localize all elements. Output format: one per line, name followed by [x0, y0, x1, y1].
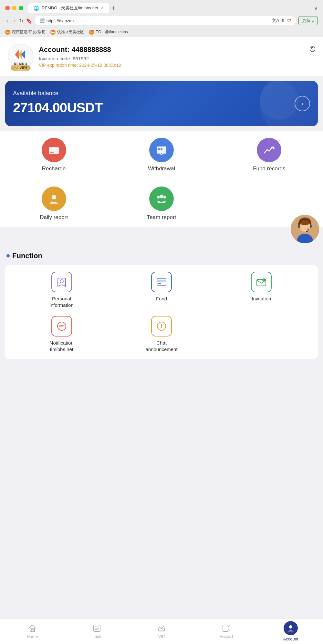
bookmark-favicon-1: tm	[50, 30, 56, 35]
vip-badge: 👑 VIP5	[11, 65, 31, 71]
account-label: Account	[283, 637, 298, 641]
vip-expiry-value: 2024-05-19 08:08:12	[79, 63, 121, 68]
cs-avatar-image	[291, 215, 319, 243]
tab-globe-icon: 🌐	[34, 5, 39, 11]
invitation-label: Invitation code:	[39, 56, 71, 61]
svg-rect-3	[49, 147, 59, 154]
forward-button[interactable]: ›	[12, 16, 16, 25]
section-title-text: Function	[12, 252, 42, 260]
record-label: Record	[219, 634, 233, 639]
invitation-code-value: 661992	[73, 56, 89, 61]
notification-icon	[51, 316, 72, 337]
vip-label: VIP	[158, 634, 165, 639]
svg-point-11	[52, 195, 56, 199]
bookmark-item-1[interactable]: tm 认准->天美社区	[50, 29, 84, 35]
balance-decoration-2	[260, 81, 298, 120]
function-personal-info[interactable]: Personalinformation	[12, 272, 111, 308]
function-chat-announcement[interactable]: i Chatannouncement	[111, 316, 211, 352]
svg-point-22	[307, 228, 309, 230]
section-title: Function	[0, 252, 323, 265]
svg-point-13	[160, 195, 163, 198]
personal-info-label: Personalinformation	[50, 296, 74, 308]
function-notification[interactable]: Notificationtimibbs.net	[12, 316, 111, 352]
traffic-light-red[interactable]	[5, 6, 10, 10]
svg-rect-4	[49, 148, 59, 150]
withdrawal-icon	[149, 138, 174, 162]
title-bar: 🌐 REMDO - 天美社区timibbs.net ✕ + ∨	[0, 0, 323, 15]
traffic-lights	[5, 6, 23, 10]
nav-account[interactable]: Account	[258, 619, 323, 644]
personal-info-icon	[51, 272, 72, 292]
profile-info: Account: 4488888888 Invitation code: 661…	[39, 45, 315, 68]
svg-rect-8	[161, 148, 162, 150]
cs-avatar[interactable]	[291, 215, 319, 243]
action-daily-report[interactable]: Daily report	[35, 186, 73, 221]
daily-report-icon	[42, 186, 66, 211]
svg-rect-27	[158, 283, 161, 284]
svg-point-18	[299, 217, 311, 225]
bookmark-item-0[interactable]: tm 程序搭建/开发/修复	[5, 29, 45, 35]
bookmark-item-2[interactable]: tm TG：@tianmeibbs	[89, 29, 128, 35]
function-fund[interactable]: Fund	[111, 272, 211, 308]
nav-vip[interactable]: VIP	[129, 619, 194, 644]
url-secure-icon: 🔄	[39, 18, 45, 23]
svg-point-24	[60, 280, 63, 283]
share-icon[interactable]: ⬆	[281, 18, 285, 23]
team-report-icon	[149, 186, 174, 211]
function-invitation[interactable]: Invitation	[212, 272, 311, 308]
traffic-light-yellow[interactable]	[12, 6, 16, 10]
nav-home[interactable]: Home	[0, 619, 65, 644]
bookmark-favicon-0: tm	[5, 30, 10, 35]
refresh-button[interactable]: ↻	[19, 18, 23, 24]
home-label: Home	[27, 634, 38, 639]
svg-text:i: i	[161, 323, 162, 329]
svg-rect-7	[158, 148, 160, 150]
account-nav-icon	[284, 621, 298, 635]
shield-icon: 🛡	[287, 18, 291, 23]
divider-1	[5, 180, 318, 180]
action-fund-records[interactable]: Fund records	[250, 138, 288, 172]
actions-row-2: Daily report Team report	[0, 186, 323, 221]
url-bar[interactable]: 🔄 https://dianzan.... 文A ⬆ 🛡	[35, 16, 296, 25]
invitation-label: Invitation	[252, 296, 271, 302]
balance-card[interactable]: Available balance 27104.00USDT ›	[5, 81, 318, 126]
svg-rect-26	[157, 280, 166, 282]
fund-label: Fund	[156, 296, 167, 302]
translate-icon[interactable]: 文A	[272, 18, 279, 24]
function-grid: Personalinformation Fund	[5, 265, 318, 359]
action-recharge[interactable]: Recharge	[35, 138, 73, 172]
nav-task[interactable]: Task	[65, 619, 129, 644]
daily-report-label: Daily report	[40, 214, 68, 221]
fund-icon	[151, 272, 172, 292]
traffic-light-green[interactable]	[19, 6, 23, 10]
bottom-nav: Home Task VIP Record Acco	[0, 618, 323, 644]
notification-label: Notificationtimibbs.net	[50, 340, 74, 352]
back-button[interactable]: ‹	[5, 16, 9, 25]
action-withdrawal[interactable]: Withdrawal	[142, 138, 181, 172]
bookmark-label-1: 认准->天美社区	[57, 29, 84, 35]
function-section: Function Personalinformation	[0, 247, 323, 361]
active-tab[interactable]: 🌐 REMDO - 天美社区timibbs.net ✕	[28, 3, 109, 13]
recharge-label: Recharge	[42, 166, 66, 172]
update-button[interactable]: 更新 ≡	[298, 16, 318, 25]
tab-close-icon[interactable]: ✕	[101, 6, 104, 10]
actions-section-wrap: Recharge Withdrawal	[0, 131, 323, 227]
svg-point-30	[57, 322, 66, 330]
cs-avatar-placeholder	[250, 186, 288, 221]
tab-title: REMDO - 天美社区timibbs.net	[42, 5, 98, 11]
new-tab-button[interactable]: +	[112, 5, 116, 12]
bookmark-button[interactable]: 🔖	[26, 18, 32, 24]
section-dot	[6, 254, 10, 257]
tab-overflow-icon[interactable]: ∨	[314, 5, 318, 11]
remdo-logo-svg	[14, 47, 28, 62]
task-icon	[92, 624, 101, 633]
nav-record[interactable]: Record	[194, 619, 258, 644]
svg-rect-5	[50, 152, 54, 153]
fund-records-icon	[257, 138, 281, 162]
svg-point-12	[51, 201, 53, 203]
update-label: 更新	[302, 18, 310, 24]
address-bar: ‹ › ↻ 🔖 🔄 https://dianzan.... 文A ⬆ 🛡 更新 …	[0, 15, 323, 28]
balance-arrow-button[interactable]: ›	[295, 96, 310, 111]
logout-button[interactable]: ⎋	[310, 44, 315, 54]
action-team-report[interactable]: Team report	[142, 186, 181, 221]
